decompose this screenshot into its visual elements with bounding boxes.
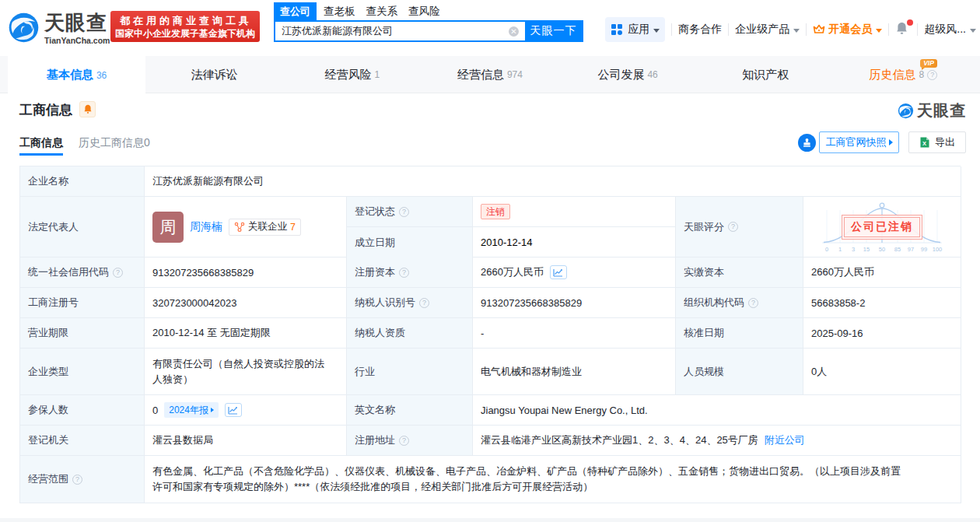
subtab-business-info[interactable]: 工商信息	[19, 136, 63, 156]
search-button[interactable]: 天眼一下	[525, 22, 582, 40]
corner-logo: 天眼查	[898, 100, 966, 121]
help-icon[interactable]: ?	[419, 298, 429, 308]
notification-dot	[907, 19, 913, 26]
page: 天眼查 TianYanCha.com 都在用的商业查询工具 国家中小企业发展子基…	[0, 0, 980, 522]
field-value-reg-authority: 灌云县数据局	[145, 426, 347, 456]
nav-enterprise[interactable]: 企业级产品	[735, 23, 800, 37]
legal-rep-avatar[interactable]: 周	[152, 212, 184, 243]
nav-divider	[806, 23, 807, 36]
help-icon[interactable]: ?	[399, 268, 409, 278]
tick-100: 100	[933, 246, 943, 253]
snapshot-button[interactable]: 工商官网快照	[819, 131, 899, 153]
score-label: 天眼评分	[684, 220, 724, 234]
search-box: ✕ 天眼一下	[274, 20, 583, 42]
notification-bell-icon[interactable]	[895, 21, 911, 38]
field-value-insured: 0 2024年报	[145, 395, 347, 426]
insured-count: 0	[152, 405, 158, 416]
related-companies-label: 关联企业	[248, 220, 287, 233]
nav-divider	[671, 23, 672, 36]
help-icon[interactable]: ?	[399, 207, 409, 217]
subtab-history-business-info[interactable]: 历史工商信息0	[79, 136, 150, 156]
promo-banner: 都在用的商业查询工具 国家中小企业发展子基金旗下机构	[110, 11, 260, 42]
nav-apps-label: 应用	[628, 23, 649, 37]
tab-label: 公司发展	[597, 68, 644, 82]
tick-0: 0	[825, 246, 828, 253]
address-label: 注册地址	[355, 433, 395, 447]
taxpayer-id-label: 纳税人识别号	[355, 296, 415, 310]
capital-trend-chart-icon[interactable]	[550, 265, 567, 279]
field-label-establish-date: 成立日期	[347, 227, 473, 257]
field-label-reg-capital: 注册资本 ?	[347, 257, 473, 288]
tab-intellectual-property[interactable]: 知识产权	[697, 56, 835, 93]
tab-basic-info[interactable]: 基本信息 36	[8, 56, 145, 94]
insured-trend-chart-icon[interactable]	[225, 403, 242, 417]
section-bell-icon[interactable]	[79, 101, 96, 117]
tick-99: 99	[921, 246, 927, 253]
search-input[interactable]	[275, 22, 509, 40]
annual-report-badge[interactable]: 2024年报	[164, 402, 219, 418]
search-tab-relation[interactable]: 查关系	[361, 2, 404, 20]
deregistered-stamp-text: 公司已注销	[844, 217, 920, 237]
logo-en: TianYanCha.com	[44, 36, 110, 45]
tick-3: 3	[852, 246, 855, 253]
help-icon[interactable]: ?	[113, 268, 123, 278]
field-label-legal-rep: 法定代表人	[20, 197, 145, 257]
related-companies-icon	[234, 222, 245, 233]
tab-legal[interactable]: 法律诉讼	[145, 56, 283, 93]
field-value-reg-status: 注销	[473, 197, 676, 227]
reg-status-label: 登记状态	[355, 205, 395, 219]
search-clear-icon[interactable]: ✕	[509, 26, 519, 37]
help-icon[interactable]: ?	[728, 222, 738, 232]
corner-logo-text: 天眼查	[917, 100, 966, 121]
annual-report-arrow-icon	[211, 408, 214, 412]
tab-label: 法律诉讼	[191, 68, 238, 82]
field-value-address: 灌云县临港产业区高新技术产业园1、2、3、4、24、25号厂房 附近公司	[473, 426, 961, 456]
field-value-business-term: 2010-12-14 至 无固定期限	[145, 318, 347, 349]
tick-1: 1	[838, 246, 842, 253]
tianyancha-eye-icon	[8, 12, 40, 44]
org-code-label: 组织机构代码	[684, 296, 744, 310]
line-chart-icon	[553, 268, 563, 277]
tab-history-info[interactable]: 历史信息 8 ? VIP	[835, 56, 972, 93]
nav-vip[interactable]: 开通会员	[813, 23, 882, 37]
tab-label: 基本信息	[47, 68, 93, 82]
apps-caret-icon	[653, 29, 660, 33]
tab-business-info[interactable]: 经营信息 974	[421, 56, 558, 93]
tianyancha-logo[interactable]: 天眼查 TianYanCha.com	[8, 12, 110, 45]
field-label-english-name: 英文名称	[347, 395, 473, 426]
search-tab-boss[interactable]: 查老板	[318, 2, 361, 20]
help-icon[interactable]: ?	[927, 70, 937, 80]
field-label-business-term: 营业期限	[20, 318, 145, 349]
search-tab-company[interactable]: 查公司	[274, 2, 317, 20]
tab-operating-risk[interactable]: 经营风险 1	[283, 56, 421, 93]
field-value-paid-capital: 2660万人民币	[803, 257, 961, 288]
nav-divider	[728, 23, 729, 36]
legal-rep-name-link[interactable]: 周海楠	[190, 220, 222, 234]
field-value-taxpayer-id: 913207235668385829	[473, 288, 676, 318]
help-icon[interactable]: ?	[72, 475, 82, 485]
field-label-taxpayer-id: 纳税人识别号 ?	[347, 288, 473, 318]
logo-zh: 天眼查	[44, 12, 110, 33]
search-tab-risk[interactable]: 查风险	[403, 2, 446, 20]
nav-super-risk[interactable]: 超级风...	[924, 23, 976, 37]
snapshot-stamp-icon[interactable]	[798, 134, 816, 152]
tab-count: 1	[374, 69, 380, 80]
nav-enterprise-label: 企业级产品	[735, 23, 789, 37]
field-value-credit-code: 913207235668385829	[145, 257, 347, 288]
deregistered-stamp: 公司已注销	[842, 215, 922, 240]
reg-status-badge: 注销	[481, 204, 510, 219]
field-value-score: 01 315 5085 9799 100 公司已注销	[803, 197, 961, 257]
reg-capital-value: 2660万人民币	[481, 265, 544, 279]
nav-cooperation[interactable]: 商务合作	[678, 23, 722, 37]
address-text: 灌云县临港产业区高新技术产业园1、2、3、4、24、25号厂房	[481, 433, 758, 447]
help-icon[interactable]: ?	[399, 436, 409, 446]
export-button[interactable]: X 导出	[908, 131, 966, 153]
nav-apps[interactable]: 应用	[605, 17, 665, 42]
export-button-label: 导出	[935, 135, 955, 149]
help-icon[interactable]: ?	[748, 298, 758, 308]
excel-x-letter: X	[922, 140, 926, 147]
related-companies-badge[interactable]: 关联企业 7	[229, 219, 301, 236]
tab-company-development[interactable]: 公司发展 46	[559, 56, 697, 93]
nav-super-risk-label: 超级风...	[924, 23, 966, 37]
nearby-companies-link[interactable]: 附近公司	[765, 433, 805, 447]
